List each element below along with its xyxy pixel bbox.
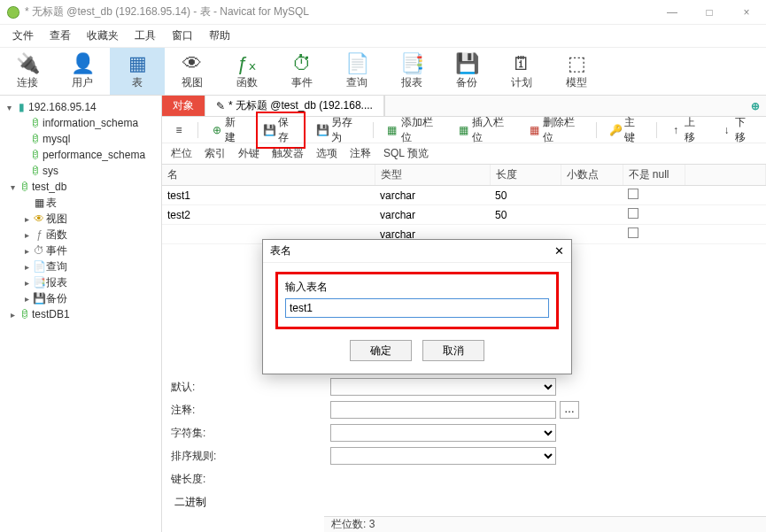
col-notnull[interactable]: 不是 null	[623, 165, 685, 186]
toolbar-table[interactable]: ▦表	[110, 48, 165, 95]
database-icon: 🛢	[28, 165, 43, 177]
subtab-fk[interactable]: 外键	[238, 146, 259, 161]
new-button[interactable]: ⊕新建	[205, 113, 251, 147]
edit-icon: ✎	[216, 100, 225, 112]
tree-reports[interactable]: ▸📑报表	[0, 274, 161, 290]
label-binary: 二进制	[174, 495, 206, 510]
tree-views[interactable]: ▸👁视图	[0, 211, 161, 227]
field-row[interactable]: test1varchar50	[162, 186, 766, 205]
status-bar: 栏位数: 3	[324, 516, 766, 532]
insert-field-button[interactable]: ▦插入栏位	[453, 113, 518, 147]
comment-more-button[interactable]: …	[560, 401, 579, 419]
toolbar-model[interactable]: ⬚模型	[549, 48, 604, 95]
col-type[interactable]: 类型	[375, 165, 490, 186]
default-select[interactable]	[330, 378, 556, 396]
subtab-trigger[interactable]: 触发器	[272, 146, 304, 161]
toolbar-user[interactable]: 👤用户	[55, 48, 110, 95]
close-button[interactable]: ×	[734, 6, 759, 19]
field-row[interactable]: test2varchar50	[162, 205, 766, 225]
tree-db[interactable]: 🛢mysql	[0, 131, 161, 147]
report-group-icon: 📑	[32, 276, 46, 289]
menu-favorites[interactable]: 收藏夹	[87, 28, 119, 43]
add-field-button[interactable]: ▦添加栏位	[381, 113, 446, 147]
delete-field-button[interactable]: ▦删除栏位	[523, 113, 589, 147]
ok-button[interactable]: 确定	[350, 340, 412, 361]
label-comment: 注释:	[171, 403, 330, 418]
database-icon: 🛢	[28, 133, 43, 145]
sub-tabs: 栏位 索引 外键 触发器 选项 注释 SQL 预览	[162, 143, 766, 165]
col-name[interactable]: 名	[162, 165, 375, 186]
plus-icon: ⊕	[751, 100, 760, 112]
collation-select[interactable]	[330, 447, 556, 465]
notnull-checkbox[interactable]	[628, 208, 638, 219]
table-icon: ▦	[128, 52, 147, 75]
col-decimal[interactable]: 小数点	[561, 165, 623, 186]
comment-input[interactable]	[330, 401, 556, 419]
dialog-close-button[interactable]: ✕	[554, 244, 564, 258]
view-icon: 👁	[182, 52, 202, 75]
col-length[interactable]: 长度	[490, 165, 561, 186]
tree-db[interactable]: 🛢sys	[0, 163, 161, 179]
dialog-title-bar[interactable]: 表名 ✕	[263, 240, 571, 263]
arrow-down-icon: ↓	[721, 124, 732, 136]
menu-view[interactable]: 查看	[50, 28, 71, 43]
minimize-button[interactable]: —	[660, 6, 685, 19]
subtab-comment[interactable]: 注释	[350, 146, 371, 161]
notnull-checkbox[interactable]	[628, 227, 638, 238]
move-up-button[interactable]: ↑上移	[664, 113, 709, 147]
toolbar-function[interactable]: ƒₓ函数	[220, 48, 275, 95]
label-charset: 字符集:	[171, 426, 330, 441]
connection-tree[interactable]: ▾▮192.168.95.14 🛢information_schema 🛢mys…	[0, 96, 162, 532]
menu-help[interactable]: 帮助	[209, 28, 230, 43]
tree-queries[interactable]: ▸📄查询	[0, 258, 161, 274]
menu-tools[interactable]: 工具	[135, 28, 156, 43]
notnull-checkbox[interactable]	[628, 189, 638, 199]
tab-objects[interactable]: 对象	[162, 96, 205, 116]
tree-backup[interactable]: ▸💾备份	[0, 290, 161, 306]
tree-functions[interactable]: ▸ƒ函数	[0, 227, 161, 243]
add-field-icon: ▦	[386, 124, 398, 136]
window-title: * 无标题 @test_db (192.168.95.14) - 表 - Nav…	[25, 4, 660, 19]
server-icon: ▮	[14, 101, 28, 113]
tree-db-open[interactable]: ▾🛢test_db	[0, 179, 161, 195]
menu-window[interactable]: 窗口	[172, 28, 193, 43]
query-group-icon: 📄	[32, 260, 46, 273]
save-as-icon: 💾	[316, 124, 329, 136]
model-icon: ⬚	[568, 52, 586, 75]
tree-events[interactable]: ▸⏱事件	[0, 243, 161, 258]
charset-select[interactable]	[330, 424, 556, 442]
toolbar-query[interactable]: 📄查询	[329, 48, 384, 95]
subtab-options[interactable]: 选项	[316, 146, 337, 161]
backup-group-icon: 💾	[32, 292, 46, 305]
toolbar-connect[interactable]: 🔌连接	[0, 48, 55, 95]
tree-tables[interactable]: ▦表	[0, 195, 161, 211]
toolbar-schedule[interactable]: 🗓计划	[494, 48, 549, 95]
subtab-index[interactable]: 索引	[205, 146, 226, 161]
maximize-button[interactable]: □	[697, 6, 722, 19]
toolbar-backup[interactable]: 💾备份	[439, 48, 494, 95]
toolbar-event[interactable]: ⏱事件	[275, 48, 329, 95]
table-name-input[interactable]	[285, 298, 549, 318]
separator	[197, 122, 198, 138]
fields-grid[interactable]: 名 类型 长度 小数点 不是 null test1varchar50 test2…	[162, 165, 766, 244]
key-icon: 🔑	[609, 124, 622, 136]
toolbar-menu[interactable]: ≡	[167, 122, 190, 138]
save-as-button[interactable]: 💾另存为	[311, 113, 367, 147]
label-default: 默认:	[171, 380, 330, 395]
dialog-label: 输入表名	[285, 280, 549, 295]
subtab-sql[interactable]: SQL 预览	[383, 146, 429, 161]
move-down-button[interactable]: ↓下移	[716, 113, 761, 147]
tree-db[interactable]: 🛢information_schema	[0, 115, 161, 131]
menu-file[interactable]: 文件	[12, 28, 34, 43]
tree-db[interactable]: ▸🛢testDB1	[0, 306, 161, 322]
tree-db[interactable]: 🛢performance_schema	[0, 147, 161, 163]
dialog-highlight: 输入表名	[275, 272, 559, 329]
subtab-fields[interactable]: 栏位	[171, 146, 192, 161]
separator	[596, 122, 597, 138]
window-controls: — □ ×	[660, 6, 759, 19]
primary-key-button[interactable]: 🔑主键	[604, 113, 649, 147]
cancel-button[interactable]: 取消	[422, 340, 484, 361]
toolbar-report[interactable]: 📑报表	[384, 48, 439, 95]
tree-server[interactable]: ▾▮192.168.95.14	[0, 99, 161, 115]
toolbar-view[interactable]: 👁视图	[165, 48, 220, 95]
